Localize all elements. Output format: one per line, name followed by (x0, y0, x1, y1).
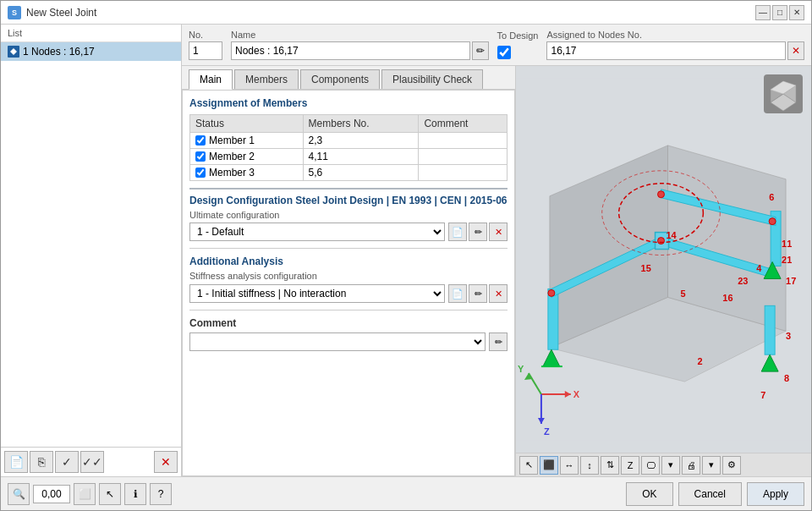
member1-checkbox[interactable] (195, 135, 206, 146)
right-panel: 14 15 5 16 23 4 11 21 17 3 6 7 8 (515, 66, 811, 476)
ultimate-config-select[interactable]: 1 - Default (189, 223, 445, 241)
add-config-button[interactable]: 📄 (448, 223, 467, 241)
delete-stiffness-button[interactable]: ✕ (489, 284, 508, 303)
no-input[interactable] (189, 41, 222, 60)
name-edit-button[interactable]: ✏ (472, 41, 489, 60)
ultimate-config-buttons: 📄 ✏ ✕ (448, 223, 508, 241)
vp-move-x-button[interactable]: ↔ (560, 456, 579, 475)
vp-settings-button[interactable]: ⚙ (722, 456, 741, 475)
value-input[interactable] (33, 485, 70, 503)
viewport-toolbar: ↖ ⬛ ↔ ↕ ⇅ Z 🖵 ▾ 🖨 ▾ ⚙ (516, 453, 811, 476)
edit-config-button[interactable]: ✏ (469, 223, 487, 241)
svg-point-12 (548, 289, 555, 296)
col-status: Status (190, 115, 304, 133)
name-input-row: ✏ (231, 41, 489, 60)
vp-rotate-button[interactable]: Z (621, 456, 639, 475)
stiffness-config-buttons: 📄 ✏ ✕ (448, 284, 508, 303)
assigned-input[interactable] (546, 41, 786, 60)
svg-text:7: 7 (760, 390, 765, 400)
maximize-button[interactable]: □ (772, 5, 787, 20)
vp-move-y-button[interactable]: ↕ (580, 456, 599, 475)
member2-checkbox[interactable] (195, 151, 206, 162)
vp-active-button[interactable]: ⬛ (540, 456, 558, 475)
vp-render-button[interactable]: 🖵 (641, 456, 660, 475)
name-label: Name (231, 30, 489, 40)
svg-text:5: 5 (680, 288, 685, 299)
window-title: New Steel Joint (26, 7, 96, 19)
cancel-button[interactable]: Cancel (678, 482, 742, 506)
assigned-edit-button[interactable]: ✕ (787, 41, 804, 60)
edit-stiffness-button[interactable]: ✏ (469, 284, 487, 303)
col-comment: Comment (419, 115, 508, 133)
form-header: No. Name ✏ To Design Assigned to Nodes N… (182, 25, 811, 66)
magnifier-button[interactable]: 🔍 (8, 483, 30, 505)
vp-print-dropdown[interactable]: ▾ (702, 456, 721, 475)
assignment-title: Assignment of Members (189, 97, 508, 109)
vp-print-button[interactable]: 🖨 (682, 456, 700, 475)
comment-edit-button[interactable]: ✏ (489, 332, 508, 351)
vp-move-z-button[interactable]: ⇅ (601, 456, 619, 475)
to-design-group: To Design (497, 30, 539, 59)
add-stiffness-button[interactable]: 📄 (448, 284, 467, 303)
tab-plausibility[interactable]: Plausibility Check (381, 69, 483, 89)
list-toolbar: 📄 ⎘ ✓ ✓✓ ✕ (1, 447, 181, 476)
tab-members[interactable]: Members (234, 69, 299, 89)
delete-item-button[interactable]: ✕ (154, 451, 178, 473)
name-field-group: Name ✏ (231, 30, 489, 60)
list-item[interactable]: 1 Nodes : 16,17 (1, 42, 181, 61)
copy-item-button[interactable]: ⎘ (30, 451, 53, 473)
window-controls: — □ ✕ (755, 5, 804, 20)
ultimate-config-row: 1 - Default 📄 ✏ ✕ (189, 223, 508, 241)
svg-text:15: 15 (641, 263, 651, 273)
member3-checkbox[interactable] (195, 168, 206, 178)
comment-select[interactable] (189, 332, 486, 351)
close-button[interactable]: ✕ (789, 5, 804, 20)
bottom-bar: 🔍 ⬜ ↖ ℹ ? OK Cancel Apply (1, 476, 811, 510)
tab-bar: Main Members Components Plausibility Che… (182, 66, 515, 90)
svg-text:8: 8 (784, 373, 789, 383)
ok-button[interactable]: OK (626, 482, 672, 506)
to-design-label: To Design (497, 30, 539, 41)
member3-comment (419, 165, 508, 181)
check-item-button[interactable]: ✓ (55, 451, 79, 473)
member1-status: Member 1 (190, 133, 304, 149)
minimize-button[interactable]: — (755, 5, 771, 20)
vp-select-button[interactable]: ↖ (519, 456, 538, 475)
cube-nav-icon[interactable] (762, 73, 804, 115)
member3-status: Member 3 (190, 165, 304, 181)
vp-view-dropdown[interactable]: ▾ (661, 456, 680, 475)
table-row: Member 3 5,6 (190, 165, 508, 181)
new-item-button[interactable]: 📄 (4, 451, 28, 473)
cursor-button[interactable]: ⬜ (74, 483, 96, 505)
config-divider (189, 188, 508, 190)
svg-text:2: 2 (697, 356, 702, 366)
node-icon (8, 46, 19, 58)
middle-area: Main Members Components Plausibility Che… (182, 66, 811, 476)
list-item-label: 1 Nodes : 16,17 (23, 46, 95, 58)
help-button[interactable]: ? (150, 483, 172, 505)
svg-text:23: 23 (738, 276, 748, 286)
member1-comment (419, 133, 508, 149)
svg-text:4: 4 (756, 263, 762, 273)
to-design-checkbox[interactable] (497, 46, 511, 59)
member2-status: Member 2 (190, 149, 304, 165)
ultimate-config-label: Ultimate configuration (189, 210, 508, 220)
3d-scene: 14 15 5 16 23 4 11 21 17 3 6 7 8 (516, 66, 811, 453)
delete-config-button[interactable]: ✕ (489, 223, 508, 241)
select-button[interactable]: ↖ (99, 483, 121, 505)
svg-text:Z: Z (544, 426, 550, 437)
tab-components[interactable]: Components (300, 69, 380, 89)
svg-point-15 (658, 191, 665, 198)
no-label: No. (189, 30, 222, 40)
name-input[interactable] (231, 41, 470, 60)
stiffness-config-select[interactable]: 1 - Initial stiffness | No interaction (189, 284, 445, 303)
check-all-button[interactable]: ✓✓ (80, 451, 104, 473)
svg-rect-4 (548, 288, 558, 349)
tab-main[interactable]: Main (189, 69, 233, 90)
svg-text:3: 3 (786, 331, 791, 341)
member3-label: Member 3 (209, 167, 255, 179)
info-button[interactable]: ℹ (124, 483, 146, 505)
table-row: Member 2 4,11 (190, 149, 508, 165)
tab-panel-main: Assignment of Members Status Members No.… (182, 90, 515, 476)
apply-button[interactable]: Apply (747, 482, 804, 506)
